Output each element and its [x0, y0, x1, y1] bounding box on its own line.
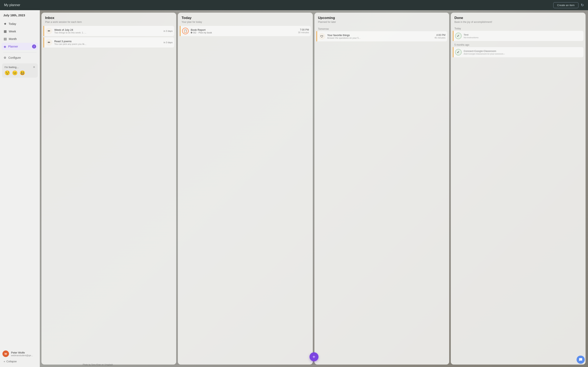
task-icon: 📋 — [182, 28, 189, 34]
sidebar-item-month[interactable]: ▤ Month — [2, 35, 38, 42]
collapse-label: Collapse — [6, 360, 17, 363]
sidebar-date: July 18th, 2023 — [0, 13, 40, 20]
sidebar-nav: ★ Today ▦ Week ▤ Month ◈ Planner 2 — [0, 20, 40, 50]
progress-separator: · — [197, 31, 198, 34]
task-icon: ✏ — [46, 28, 52, 34]
task-content: Book Report 0/2 · Pick my book — [191, 28, 296, 34]
task-content: Read 3 poems You can pick any poem you l… — [54, 40, 162, 45]
emoji-happy[interactable]: 😃 — [20, 70, 25, 76]
emoji-sad[interactable]: 😟 — [4, 70, 10, 76]
task-subtitle: No instructions — [464, 36, 582, 39]
columns-container: Inbox Plan a work session for each item … — [40, 10, 588, 367]
task-meta: 7:00 PM 30 minutes — [298, 28, 309, 34]
progress-text: 0/2 — [193, 31, 196, 34]
inbox-subtitle: Plan a work session for each item — [45, 21, 173, 24]
month-icon: ▤ — [4, 37, 7, 41]
refresh-icon[interactable]: ↻ — [581, 3, 584, 7]
task-duration: 30 minutes — [298, 31, 309, 34]
topbar-actions: Create an item ↻ — [553, 2, 584, 8]
sidebar-bottom: W Peter Wolfe webinarstudent@ge... « Col… — [0, 348, 40, 367]
avatar: W — [2, 350, 9, 357]
inbox-column: Inbox Plan a work session for each item … — [42, 13, 176, 365]
task-content: Connect Google Classroom Add Google Clas… — [464, 50, 582, 55]
sidebar-divider — [3, 52, 36, 52]
content-area: Photo by Sora Khan on Unsplash Inbox Pla… — [40, 10, 588, 367]
task-subtitle: You can pick any poem you lik... — [54, 43, 162, 45]
feeling-emojis: 😟 😐 😃 — [4, 70, 35, 76]
sidebar-item-planner[interactable]: ◈ Planner 2 — [2, 43, 38, 50]
sidebar-label-month: Month — [9, 37, 36, 41]
user-name: Peter Wolfe — [11, 351, 33, 354]
task-content: Your favorite things Answer the question… — [327, 34, 432, 39]
task-title: Read 3 poems — [54, 40, 162, 43]
task-item[interactable]: 🛡 Your favorite things Answer the questi… — [316, 31, 447, 42]
photo-credit: Photo by Sora Khan on Unsplash — [83, 364, 113, 366]
app-title: My planner — [4, 3, 20, 7]
task-duration: 45 minutes — [434, 36, 445, 39]
sidebar-label-planner: Planner — [8, 45, 30, 48]
topbar: My planner Create an item ↻ — [0, 0, 588, 10]
task-icon: 🛡 — [319, 33, 325, 40]
done-title: Done — [454, 16, 582, 20]
upcoming-body: Tomorrow 🛡 Your favorite things Answer t… — [314, 26, 449, 365]
task-time: 7:00 PM — [298, 28, 309, 31]
task-subtitle: Two things to do this week: 1. ... — [54, 31, 162, 34]
week-icon: ▦ — [4, 29, 7, 33]
configure-item[interactable]: ⚙ Configure — [0, 54, 40, 61]
progress-dot — [191, 32, 192, 33]
task-title: Connect Google Classroom — [464, 50, 582, 53]
task-due: in 3 days — [164, 30, 173, 32]
inbox-body: ✏ Week of July 24 Two things to do this … — [42, 26, 176, 365]
task-item[interactable]: ✓ Test No instructions — [453, 31, 584, 41]
chat-bubble-button[interactable] — [577, 356, 585, 364]
task-due: in 3 days — [164, 41, 173, 44]
today-subtitle: Your plan for today — [182, 21, 309, 24]
inbox-header: Inbox Plan a work session for each item — [42, 13, 176, 26]
sidebar-item-week[interactable]: ▦ Week — [2, 28, 38, 35]
sidebar-label-week: Week — [9, 30, 36, 33]
feeling-close-button[interactable]: ✕ — [33, 66, 35, 69]
planner-badge: 2 — [32, 44, 36, 49]
task-item[interactable]: 📋 Book Report 0/2 · Pick my book 7: — [180, 26, 311, 36]
task-meta: in 3 days — [164, 41, 173, 44]
task-title: Your favorite things — [327, 34, 432, 37]
task-title: Book Report — [191, 28, 296, 31]
today-header: Today Your plan for today — [178, 13, 312, 26]
task-item[interactable]: ✓ Connect Google Classroom Add Google Cl… — [453, 47, 584, 57]
done-body: Today ✓ Test No instructions 5 months ag… — [451, 26, 586, 365]
configure-label: Configure — [8, 56, 21, 59]
main-layout: July 18th, 2023 ★ Today ▦ Week ▤ Month ◈… — [0, 10, 588, 367]
task-content: Test No instructions — [464, 33, 582, 39]
task-title: Week of July 24 — [54, 28, 162, 31]
star-icon: ★ — [4, 22, 7, 26]
gear-icon: ⚙ — [4, 56, 6, 59]
upcoming-subtitle: Planned for later — [318, 21, 445, 24]
today-column: Today Your plan for today 📋 Book Report … — [178, 13, 312, 365]
feeling-title: I'm feeling... — [4, 66, 19, 69]
sidebar: July 18th, 2023 ★ Today ▦ Week ▤ Month ◈… — [0, 10, 40, 367]
user-email: webinarstudent@ge... — [11, 354, 33, 357]
upcoming-title: Upcoming — [318, 16, 445, 20]
done-subtitle: Bask in the joy of accomplishment! — [454, 21, 582, 24]
inbox-title: Inbox — [45, 16, 173, 20]
task-item[interactable]: ✏ Week of July 24 Two things to do this … — [43, 26, 174, 36]
progress-indicator: 0/2 · Pick my book — [191, 31, 296, 34]
task-time: 4:00 PM — [434, 34, 445, 36]
emoji-neutral[interactable]: 😐 — [12, 70, 17, 76]
upcoming-column: Upcoming Planned for later Tomorrow 🛡 Yo… — [314, 13, 449, 365]
feeling-header: I'm feeling... ✕ — [4, 66, 35, 69]
sidebar-item-today[interactable]: ★ Today — [2, 20, 38, 27]
today-body: 📋 Book Report 0/2 · Pick my book 7: — [178, 26, 312, 365]
task-subtitle: Add Google Classroom to your connect... — [464, 53, 582, 55]
create-item-button[interactable]: Create an item — [553, 2, 579, 8]
task-title: Test — [464, 33, 582, 36]
task-subtitle: Answer the questions on your 5... — [327, 37, 432, 39]
planner-icon: ◈ — [4, 45, 6, 49]
done-section-old: 5 months ago — [453, 42, 584, 47]
collapse-button[interactable]: « Collapse — [2, 359, 37, 364]
task-item[interactable]: ✏ Read 3 poems You can pick any poem you… — [43, 37, 174, 48]
feeling-widget: I'm feeling... ✕ 😟 😐 😃 — [2, 63, 38, 78]
done-header: Done Bask in the joy of accomplishment! — [451, 13, 586, 26]
task-icon: ✓ — [455, 49, 462, 55]
collapse-chevron-icon: « — [4, 360, 5, 363]
